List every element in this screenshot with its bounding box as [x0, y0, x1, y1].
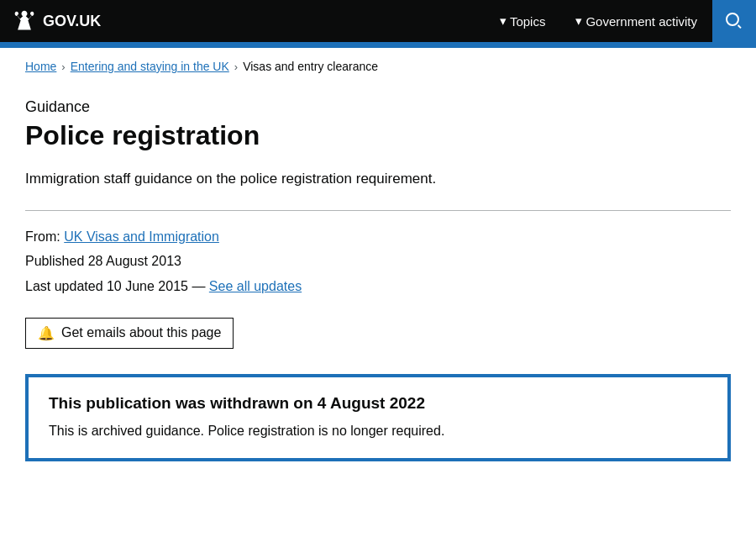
email-alerts-button[interactable]: 🔔 Get emails about this page [25, 318, 234, 349]
from-label: From: [25, 229, 60, 244]
government-activity-nav-button[interactable]: ▾ Government activity [560, 0, 712, 42]
site-header: GOV.UK ▾ Topics ▾ Government activity [0, 0, 756, 42]
breadcrumb-home[interactable]: Home [25, 60, 56, 73]
search-icon [726, 13, 743, 29]
page-title: Police registration [25, 119, 731, 151]
published-metadata: Published 28 August 2013 [25, 250, 731, 272]
search-button[interactable] [712, 0, 756, 42]
main-nav: ▾ Topics ▾ Government activity [485, 0, 756, 42]
guidance-label: Guidance [25, 98, 731, 116]
from-metadata: From: UK Visas and Immigration [25, 226, 731, 248]
page-description: Immigration staff guidance on the police… [25, 168, 496, 190]
logo-text: GOV.UK [43, 13, 101, 30]
gov-uk-logo[interactable]: GOV.UK [0, 0, 113, 42]
topics-label: Topics [510, 14, 546, 29]
topics-chevron: ▾ [500, 13, 507, 29]
last-updated-text: Last updated 10 June 2015 — [25, 279, 205, 293]
breadcrumb-sep-2: › [234, 61, 238, 73]
bell-icon: 🔔 [38, 325, 55, 341]
topics-nav-button[interactable]: ▾ Topics [485, 0, 561, 42]
breadcrumb: Home › Entering and staying in the UK › … [0, 48, 756, 82]
breadcrumb-sep-1: › [61, 61, 65, 73]
breadcrumb-current: Visas and entry clearance [243, 60, 378, 73]
email-button-label: Get emails about this page [61, 325, 221, 340]
main-content: Guidance Police registration Immigration… [0, 82, 756, 495]
withdrawn-body: This is archived guidance. Police regist… [49, 421, 707, 441]
withdrawn-title: This publication was withdrawn on 4 Augu… [49, 394, 707, 413]
see-all-updates-link[interactable]: See all updates [209, 279, 302, 293]
metadata-divider [25, 210, 731, 211]
breadcrumb-parent[interactable]: Entering and staying in the UK [71, 60, 229, 73]
government-chevron: ▾ [575, 13, 582, 29]
accent-bar [0, 42, 756, 48]
withdrawn-notice: This publication was withdrawn on 4 Augu… [25, 374, 731, 461]
crown-icon [13, 9, 36, 33]
from-link[interactable]: UK Visas and Immigration [64, 229, 219, 244]
updated-metadata: Last updated 10 June 2015 — See all upda… [25, 276, 731, 298]
government-label: Government activity [585, 14, 697, 29]
